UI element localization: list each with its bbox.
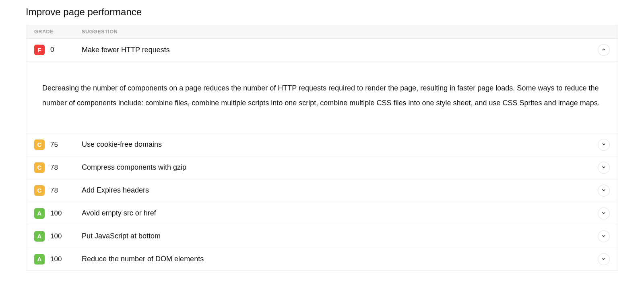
expand-button[interactable]: [598, 139, 610, 151]
chevron-down-icon: [601, 233, 606, 240]
table-row[interactable]: C 75 Use cookie-free domains: [26, 133, 618, 156]
grade-score: 78: [50, 187, 58, 195]
suggestion-text: Use cookie-free domains: [82, 140, 598, 149]
suggestion-text: Make fewer HTTP requests: [82, 46, 598, 54]
grade-badge: C: [34, 139, 45, 150]
grade-cell: A 100: [34, 231, 82, 242]
chevron-down-icon: [601, 256, 606, 263]
expand-button[interactable]: [598, 185, 610, 197]
chevron-down-icon: [601, 210, 606, 217]
grade-cell: A 100: [34, 254, 82, 265]
collapse-button[interactable]: [598, 44, 610, 56]
grade-score: 100: [50, 255, 62, 263]
grade-badge: A: [34, 254, 45, 265]
suggestion-text: Put JavaScript at bottom: [82, 232, 598, 240]
grade-badge: C: [34, 185, 45, 196]
table-row[interactable]: C 78 Add Expires headers: [26, 179, 618, 202]
column-header-grade: GRADE: [34, 29, 82, 35]
chevron-down-icon: [601, 164, 606, 171]
grade-score: 78: [50, 164, 58, 172]
chevron-down-icon: [601, 141, 606, 148]
section-title: Improve page performance: [26, 6, 618, 18]
grade-cell: F 0: [34, 45, 82, 55]
table-row[interactable]: A 100 Avoid empty src or href: [26, 202, 618, 225]
expand-button[interactable]: [598, 207, 610, 219]
grade-cell: C 75: [34, 139, 82, 150]
suggestion-detail: Decreasing the number of components on a…: [26, 62, 618, 133]
table-row[interactable]: A 100 Put JavaScript at bottom: [26, 225, 618, 248]
grade-badge: F: [34, 45, 45, 55]
grade-score: 0: [50, 46, 54, 54]
table-row[interactable]: A 100 Reduce the number of DOM elements: [26, 248, 618, 271]
chevron-down-icon: [601, 187, 606, 194]
grade-cell: C 78: [34, 162, 82, 173]
chevron-up-icon: [601, 46, 606, 53]
suggestions-panel: GRADE SUGGESTION F 0 Make fewer HTTP req…: [26, 25, 618, 271]
expand-button[interactable]: [598, 162, 610, 174]
grade-score: 100: [50, 232, 62, 240]
expand-button[interactable]: [598, 253, 610, 265]
grade-cell: A 100: [34, 208, 82, 219]
grade-badge: C: [34, 162, 45, 173]
suggestion-text: Reduce the number of DOM elements: [82, 255, 598, 263]
grade-score: 100: [50, 209, 62, 217]
grade-score: 75: [50, 141, 58, 149]
suggestion-text: Avoid empty src or href: [82, 209, 598, 217]
table-row[interactable]: C 78 Compress components with gzip: [26, 156, 618, 179]
suggestion-text: Add Expires headers: [82, 186, 598, 195]
column-header-suggestion: SUGGESTION: [82, 29, 610, 35]
expand-button[interactable]: [598, 230, 610, 242]
grade-badge: A: [34, 208, 45, 219]
grade-cell: C 78: [34, 185, 82, 196]
table-header: GRADE SUGGESTION: [26, 25, 618, 39]
table-row[interactable]: F 0 Make fewer HTTP requests: [26, 39, 618, 62]
grade-badge: A: [34, 231, 45, 242]
suggestion-text: Compress components with gzip: [82, 163, 598, 172]
